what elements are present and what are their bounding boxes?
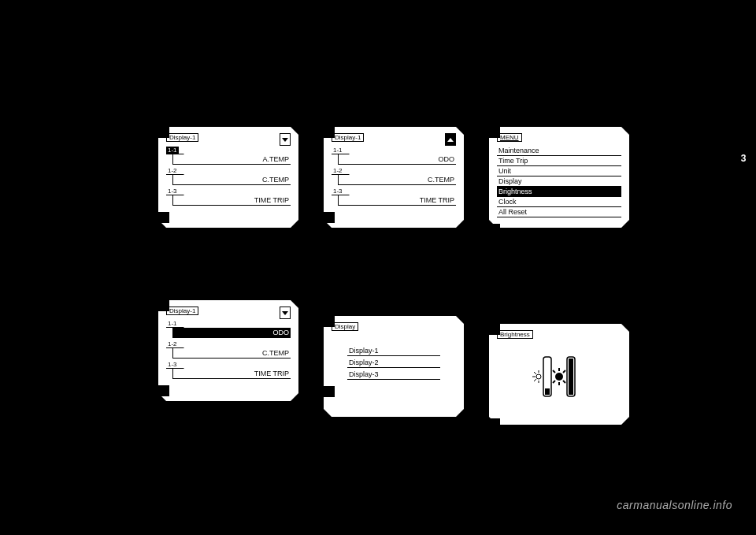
watermark: carmanualsonline.info <box>617 499 732 511</box>
lcd-display-2: Display-1 1-1ODO 1-2C.TEMP 1-3TIME TRIP <box>315 118 472 276</box>
row-value: C.TEMP <box>172 175 291 185</box>
row-tag: 1-3 <box>166 188 179 195</box>
row-value: ODO <box>338 154 456 165</box>
row-value: C.TEMP <box>172 348 291 359</box>
row-value: TIME TRIP <box>172 195 291 206</box>
row-tag: 1-3 <box>166 361 179 369</box>
menu-item: Maintenance <box>497 146 621 156</box>
svg-point-4 <box>536 374 541 379</box>
menu-item: Display-2 <box>347 358 440 368</box>
row-tag: 1-2 <box>332 167 344 175</box>
svg-rect-3 <box>569 359 573 395</box>
menu-item: Display <box>497 176 621 187</box>
row-value: A.TEMP <box>172 154 291 165</box>
lcd-display-4: Display-1 1-1ODO 1-2C.TEMP 1-3TIME TRIP <box>150 292 307 449</box>
row-tag: 1-1 <box>166 320 179 328</box>
row-tag: 1-2 <box>166 167 179 175</box>
svg-rect-2 <box>545 388 550 395</box>
row-tag: 1-1 <box>166 147 179 154</box>
svg-line-15 <box>553 381 555 383</box>
lcd-display-submenu: Display Display-1 Display-2 Display-3 <box>315 292 472 449</box>
screen-title: Display-1 <box>166 133 198 142</box>
row-value: C.TEMP <box>338 175 456 185</box>
scroll-down-icon <box>280 133 291 146</box>
row-value: TIME TRIP <box>338 195 456 206</box>
lcd-menu: MENU Maintenance Time Trip Unit Display … <box>480 118 638 276</box>
screen-title: Display-1 <box>332 133 364 142</box>
menu-item: Unit <box>497 166 621 176</box>
lcd-brightness: Brightness <box>480 292 638 449</box>
menu-item: Time Trip <box>497 156 621 166</box>
scroll-down-icon <box>280 307 291 319</box>
lcd-display-1: Display-1 1-1A.TEMP 1-2C.TEMP 1-3TIME TR… <box>150 118 307 276</box>
brightness-icon <box>497 341 621 412</box>
scroll-up-icon <box>445 133 456 146</box>
menu-item: Display-3 <box>347 370 440 380</box>
screen-title: Display <box>332 322 358 331</box>
page-number-tab: 3 <box>735 150 752 167</box>
row-tag: 1-3 <box>332 188 344 195</box>
svg-line-8 <box>534 372 536 374</box>
menu-item: All Reset <box>497 207 621 217</box>
row-tag: 1-2 <box>166 340 179 348</box>
menu-item: Clock <box>497 197 621 207</box>
svg-line-16 <box>563 370 565 373</box>
screen-title: MENU <box>497 133 522 142</box>
row-tag: 1-1 <box>332 147 344 154</box>
screen-title: Display-1 <box>166 307 198 315</box>
menu-item: Display-1 <box>347 346 440 356</box>
svg-point-10 <box>555 373 563 381</box>
row-value: TIME TRIP <box>172 369 291 379</box>
row-value-selected: ODO <box>172 328 291 338</box>
screen-title: Brightness <box>497 330 533 339</box>
screen-grid: Display-1 1-1A.TEMP 1-2C.TEMP 1-3TIME TR… <box>150 118 638 449</box>
svg-line-9 <box>534 379 536 381</box>
menu-item-selected: Brightness <box>497 187 621 197</box>
svg-line-13 <box>553 370 555 373</box>
svg-line-14 <box>563 381 565 383</box>
